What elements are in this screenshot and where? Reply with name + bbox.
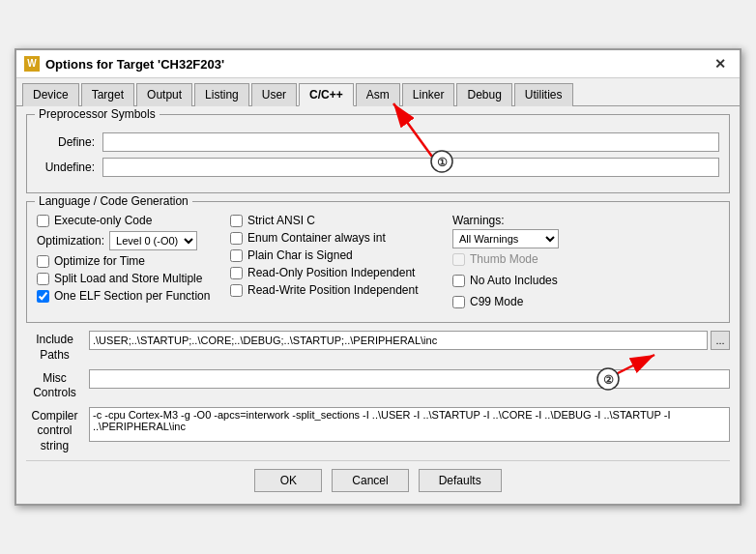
col2: Strict ANSI C Enum Container always int … <box>230 214 452 312</box>
misc-controls-input[interactable] <box>89 369 730 389</box>
title-bar: W Options for Target 'CH32F203' ✕ <box>16 50 740 78</box>
strict-ansi-label: Strict ANSI C <box>247 214 315 227</box>
undefine-row: Undefine: <box>37 158 719 177</box>
misc-controls-label: Misc Controls <box>26 369 89 401</box>
thumb-mode-row: Thumb Mode <box>452 252 646 266</box>
tab-asm[interactable]: Asm <box>356 83 400 106</box>
enum-container-label: Enum Container always int <box>247 231 386 245</box>
c99-mode-checkbox[interactable] <box>452 296 465 308</box>
optimization-row: Optimization: Level 0 (-O0) Level 1 (-O1… <box>37 231 230 250</box>
compiler-control-row: Compiler control string -c -cpu Cortex-M… <box>26 407 730 454</box>
tab-user[interactable]: User <box>251 83 297 106</box>
plain-char-label: Plain Char is Signed <box>247 248 353 262</box>
strict-ansi-row: Strict ANSI C <box>230 214 452 227</box>
no-auto-includes-label: No Auto Includes <box>470 274 558 287</box>
thumb-mode-checkbox[interactable] <box>452 253 465 266</box>
plain-char-row: Plain Char is Signed <box>230 248 452 262</box>
undefine-input[interactable] <box>102 158 719 177</box>
warnings-group: Warnings: All Warnings No Warnings MISRA… <box>452 214 646 248</box>
bottom-section: Include Paths ... Misc Controls Compiler… <box>26 331 730 453</box>
defaults-button[interactable]: Defaults <box>419 469 502 492</box>
one-elf-label: One ELF Section per Function <box>54 289 210 303</box>
strict-ansi-checkbox[interactable] <box>230 215 243 227</box>
readonly-pos-row: Read-Only Position Independent <box>230 266 452 279</box>
readwrite-pos-row: Read-Write Position Independent <box>230 283 452 297</box>
close-button[interactable]: ✕ <box>709 54 732 73</box>
misc-controls-row: Misc Controls <box>26 369 730 401</box>
split-load-row: Split Load and Store Multiple <box>37 272 230 285</box>
include-paths-label: Include Paths <box>26 331 89 363</box>
exec-only-checkbox[interactable] <box>37 215 49 227</box>
no-auto-includes-checkbox[interactable] <box>452 275 465 287</box>
opt-time-checkbox[interactable] <box>37 255 49 268</box>
tab-debug[interactable]: Debug <box>456 83 511 106</box>
readonly-pos-checkbox[interactable] <box>230 267 243 279</box>
tab-bar: Device Target Output Listing User C/C++ … <box>16 78 740 106</box>
enum-container-checkbox[interactable] <box>230 232 243 245</box>
optimization-select[interactable]: Level 0 (-O0) Level 1 (-O1) Level 2 (-O2… <box>109 231 197 250</box>
compiler-control-wrap: -c -cpu Cortex-M3 -g -O0 -apcs=interwork… <box>89 407 730 442</box>
include-paths-row: Include Paths ... <box>26 331 730 363</box>
one-elf-checkbox[interactable] <box>37 290 49 303</box>
optimization-label: Optimization: <box>37 234 104 248</box>
readwrite-pos-label: Read-Write Position Independent <box>247 283 419 297</box>
ok-button[interactable]: OK <box>254 469 322 492</box>
col3: Warnings: All Warnings No Warnings MISRA… <box>452 214 646 312</box>
include-paths-browse[interactable]: ... <box>711 331 730 350</box>
opt-time-row: Optimize for Time <box>37 254 230 268</box>
tab-device[interactable]: Device <box>22 83 79 106</box>
language-group-title: Language / Code Generation <box>35 194 192 208</box>
exec-only-row: Execute-only Code <box>37 214 230 227</box>
compiler-control-input: -c -cpu Cortex-M3 -g -O0 -apcs=interwork… <box>89 407 730 442</box>
define-label: Define: <box>37 135 95 149</box>
undefine-label: Undefine: <box>37 160 95 174</box>
buttons-row: OK Cancel Defaults <box>26 460 730 496</box>
split-load-checkbox[interactable] <box>37 273 49 285</box>
c99-mode-label: C99 Mode <box>470 295 523 308</box>
preprocessor-group-title: Preprocessor Symbols <box>35 107 160 121</box>
readonly-pos-label: Read-Only Position Independent <box>247 266 415 279</box>
define-row: Define: <box>37 132 719 152</box>
tab-utilities[interactable]: Utilities <box>514 83 573 106</box>
title-bar-left: W Options for Target 'CH32F203' <box>24 56 224 72</box>
tab-output[interactable]: Output <box>136 83 192 106</box>
main-content: Preprocessor Symbols Define: Undefine: L… <box>16 106 740 503</box>
tab-listing[interactable]: Listing <box>194 83 249 106</box>
cancel-button[interactable]: Cancel <box>332 469 408 492</box>
main-window: W Options for Target 'CH32F203' ✕ Device… <box>15 48 741 505</box>
warnings-label: Warnings: <box>452 214 646 227</box>
include-paths-input[interactable] <box>89 331 708 350</box>
readwrite-pos-checkbox[interactable] <box>230 284 243 297</box>
define-input[interactable] <box>102 132 719 152</box>
enum-container-row: Enum Container always int <box>230 231 452 245</box>
tab-target[interactable]: Target <box>81 83 134 106</box>
plain-char-checkbox[interactable] <box>230 249 243 262</box>
preprocessor-group: Preprocessor Symbols Define: Undefine: <box>26 114 730 193</box>
language-group: Language / Code Generation Execute-only … <box>26 201 730 323</box>
tab-cpp[interactable]: C/C++ <box>299 83 354 106</box>
thumb-mode-label: Thumb Mode <box>470 252 538 266</box>
c99-mode-row: C99 Mode <box>452 295 646 308</box>
window-title: Options for Target 'CH32F203' <box>45 57 224 72</box>
exec-only-label: Execute-only Code <box>54 214 152 227</box>
compiler-control-label: Compiler control string <box>26 407 89 454</box>
col1: Execute-only Code Optimization: Level 0 … <box>37 214 230 312</box>
no-auto-includes-row: No Auto Includes <box>452 274 646 287</box>
tab-linker[interactable]: Linker <box>402 83 455 106</box>
include-paths-wrap: ... <box>89 331 730 350</box>
app-icon: W <box>24 56 40 72</box>
one-elf-row: One ELF Section per Function <box>37 289 230 303</box>
opt-time-label: Optimize for Time <box>54 254 145 268</box>
misc-controls-wrap <box>89 369 730 389</box>
warnings-select[interactable]: All Warnings No Warnings MISRA C 2004 <box>452 229 559 248</box>
split-load-label: Split Load and Store Multiple <box>54 272 202 285</box>
